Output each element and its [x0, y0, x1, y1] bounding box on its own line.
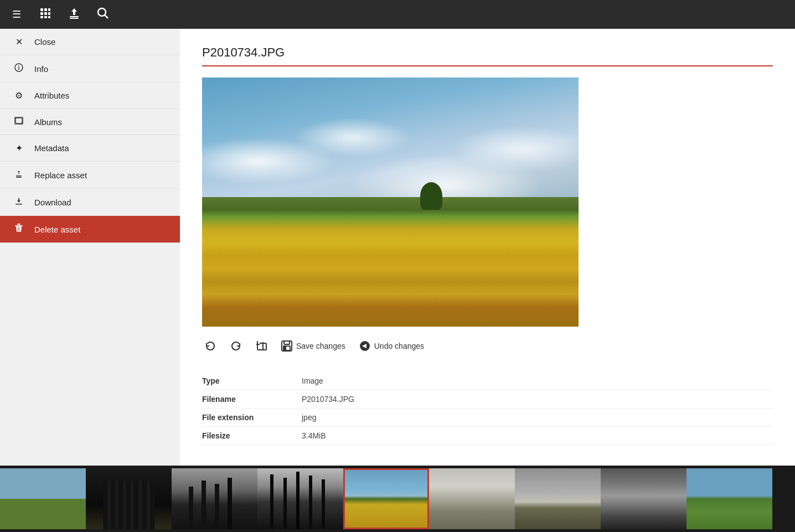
sidebar-item-albums[interactable]: Albums	[0, 109, 180, 135]
image-field-layer	[202, 197, 579, 327]
sidebar-item-delete-asset[interactable]: Delete asset	[0, 216, 180, 243]
delete-icon	[13, 224, 24, 235]
info-value-extension: jpeg	[302, 413, 316, 422]
sidebar-attributes-label: Attributes	[34, 91, 69, 100]
svg-line-12	[105, 15, 109, 18]
svg-rect-6	[40, 16, 43, 18]
content-area: P2010734.JPG	[180, 29, 795, 466]
sidebar-albums-label: Albums	[34, 117, 62, 127]
rotate-left-button[interactable]	[202, 338, 219, 354]
navbar: ☰	[0, 0, 795, 29]
upload-icon[interactable]	[66, 7, 82, 23]
title-divider	[202, 65, 773, 66]
svg-text:i: i	[18, 65, 20, 71]
sidebar-metadata-label: Metadata	[34, 143, 69, 153]
filmstrip-thumb-9[interactable]	[686, 468, 772, 529]
filmstrip-thumb-5[interactable]	[343, 468, 429, 529]
sidebar-item-close[interactable]: ✕ Close	[0, 29, 180, 55]
info-row-filesize: Filesize 3.4MiB	[202, 427, 773, 445]
svg-rect-10	[70, 18, 79, 19]
crop-button[interactable]	[253, 338, 270, 354]
sidebar-item-attributes[interactable]: ⚙ Attributes	[0, 82, 180, 109]
info-icon: i	[13, 63, 24, 74]
attributes-icon: ⚙	[13, 90, 24, 101]
menu-icon[interactable]: ☰	[9, 8, 24, 20]
sidebar-item-replace-asset[interactable]: Replace asset	[0, 162, 180, 189]
sidebar-item-download[interactable]: Download	[0, 189, 180, 216]
svg-rect-7	[44, 16, 47, 18]
page-title: P2010734.JPG	[202, 45, 773, 60]
svg-rect-0	[40, 8, 43, 11]
sidebar-item-metadata[interactable]: ✦ Metadata	[0, 135, 180, 162]
svg-rect-27	[285, 347, 286, 349]
info-row-extension: File extension jpeg	[202, 409, 773, 427]
sidebar: ✕ Close i Info ⚙ Attributes Album	[0, 29, 180, 466]
filmstrip-thumb-1[interactable]	[0, 468, 86, 529]
svg-rect-3	[40, 12, 43, 15]
info-value-filename: P2010734.JPG	[302, 395, 354, 404]
filmstrip-thumb-7[interactable]	[515, 468, 601, 529]
info-label-filename: Filename	[202, 395, 302, 404]
info-table: Type Image Filename P2010734.JPG File ex…	[202, 372, 773, 445]
filmstrip-thumb-2[interactable]	[86, 468, 172, 529]
info-label-type: Type	[202, 376, 302, 385]
svg-rect-19	[16, 204, 22, 205]
svg-rect-5	[48, 12, 50, 15]
filmstrip-thumb-4[interactable]	[257, 468, 343, 529]
svg-rect-8	[48, 16, 50, 18]
undo-label: Undo changes	[374, 342, 424, 350]
rotate-right-button[interactable]	[228, 338, 244, 354]
svg-rect-2	[48, 8, 50, 11]
svg-rect-17	[16, 175, 22, 177]
save-button[interactable]: Save changes	[278, 338, 348, 354]
info-row-filename: Filename P2010734.JPG	[202, 390, 773, 409]
filmstrip-thumb-8[interactable]	[601, 468, 686, 529]
search-icon[interactable]	[95, 7, 111, 22]
main-layout: ✕ Close i Info ⚙ Attributes Album	[0, 29, 795, 466]
sidebar-info-label: Info	[34, 64, 48, 74]
close-icon: ✕	[13, 37, 24, 47]
filmstrip	[0, 466, 795, 532]
info-label-filesize: Filesize	[202, 431, 302, 440]
svg-rect-9	[70, 16, 79, 17]
sidebar-replace-label: Replace asset	[34, 171, 87, 180]
svg-rect-20	[15, 225, 23, 226]
svg-rect-18	[16, 177, 22, 178]
info-value-type: Image	[302, 376, 323, 385]
svg-rect-1	[44, 8, 47, 11]
svg-rect-21	[17, 224, 20, 225]
download-icon	[13, 197, 24, 208]
sidebar-item-info[interactable]: i Info	[0, 55, 180, 82]
filmstrip-thumb-6[interactable]	[429, 468, 515, 529]
info-label-extension: File extension	[202, 413, 302, 422]
filmstrip-thumb-3[interactable]	[172, 468, 257, 529]
sidebar-close-label: Close	[34, 37, 55, 47]
asset-image	[202, 78, 579, 327]
tree-shape	[420, 182, 442, 210]
svg-rect-4	[44, 12, 47, 15]
undo-button[interactable]: Undo changes	[357, 338, 426, 354]
info-row-type: Type Image	[202, 372, 773, 390]
sidebar-download-label: Download	[34, 198, 71, 207]
info-value-filesize: 3.4MiB	[302, 431, 326, 440]
image-toolbar: Save changes Undo changes	[202, 331, 773, 361]
metadata-icon: ✦	[13, 143, 24, 153]
svg-rect-25	[284, 341, 290, 344]
svg-point-11	[98, 8, 106, 16]
sidebar-delete-label: Delete asset	[34, 225, 80, 234]
save-label: Save changes	[296, 342, 345, 350]
albums-icon	[13, 117, 24, 127]
grid-icon[interactable]	[38, 8, 53, 22]
replace-asset-icon	[13, 169, 24, 180]
